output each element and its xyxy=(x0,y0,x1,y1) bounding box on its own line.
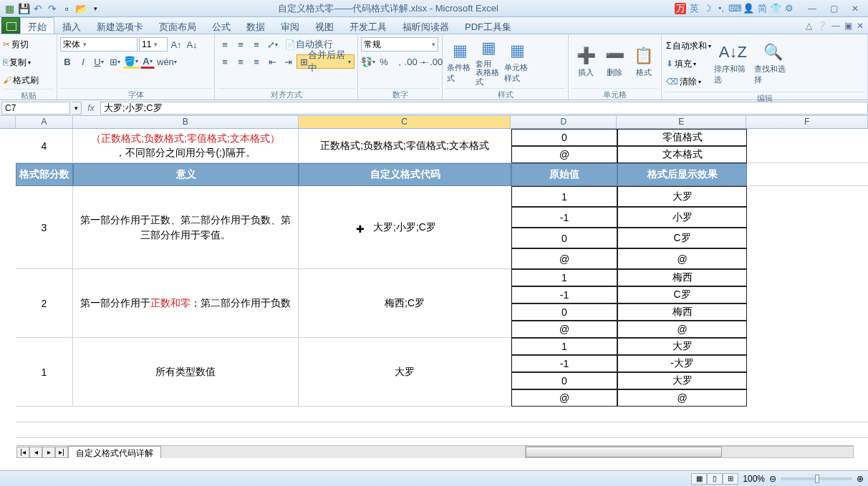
cell-sec2-b[interactable]: 第一部分作用于正数和零；第二部分作用于负数 xyxy=(73,269,299,338)
tab-insert[interactable]: 插入 xyxy=(54,17,89,34)
cell-style-button[interactable]: ▦单元格样式 xyxy=(503,36,531,88)
tab-review[interactable]: 审阅 xyxy=(273,17,307,34)
tray-gear-icon[interactable]: ⚙ xyxy=(783,3,795,14)
col-f[interactable]: F xyxy=(746,116,868,128)
font-size-combo[interactable]: 11▾ xyxy=(139,37,168,52)
brush-icon[interactable]: 🖌 xyxy=(3,75,11,85)
align-bottom-icon[interactable]: ≡ xyxy=(249,37,264,52)
align-middle-icon[interactable]: ≡ xyxy=(233,37,248,52)
tab-data[interactable]: 数据 xyxy=(238,17,273,34)
fx-button[interactable]: fx xyxy=(82,103,100,113)
formula-input[interactable]: 大罗;小罗;C罗 xyxy=(100,102,868,115)
select-all-corner[interactable] xyxy=(0,116,16,128)
cond-format-button[interactable]: ▦条件格式 xyxy=(445,36,474,88)
cell-s3-e2[interactable]: C罗 xyxy=(617,228,747,248)
indent-dec-icon[interactable]: ⇤ xyxy=(265,54,279,69)
th-raw[interactable]: 原始值 xyxy=(511,163,617,186)
tray-moon-icon[interactable]: ☽ xyxy=(702,3,713,14)
cell-s3-e1[interactable]: 小罗 xyxy=(617,207,747,228)
sort-filter-button[interactable]: A↓Z排序和筛选 xyxy=(713,36,753,92)
sum-icon[interactable]: Σ xyxy=(666,41,671,51)
cell-s3-d0[interactable]: 1 xyxy=(511,186,617,207)
cell-s2-e3[interactable]: @ xyxy=(617,321,747,338)
redo-icon[interactable]: ↷ xyxy=(46,2,59,15)
format-cell-button[interactable]: 📋格式 xyxy=(630,36,658,88)
grow-font-icon[interactable]: A↑ xyxy=(169,37,183,52)
view-page-icon[interactable]: ▯ xyxy=(707,473,723,485)
align-center-icon[interactable]: ≡ xyxy=(233,54,248,69)
cell-sec3-a[interactable]: 3 xyxy=(16,186,73,269)
cell-c4[interactable]: 正数格式;负数格式;零值格式;文本格式 xyxy=(299,129,511,163)
cell-sec1-a[interactable]: 1 xyxy=(16,338,73,407)
cell-sec2-a[interactable]: 2 xyxy=(16,269,73,338)
delete-cell-button[interactable]: ➖删除 xyxy=(600,36,629,88)
wb-close-icon[interactable]: ✕ xyxy=(857,21,864,31)
font-name-combo[interactable]: 宋体▾ xyxy=(60,37,138,52)
tray-jian-icon[interactable]: 简 xyxy=(756,3,768,14)
cell-s1-d0[interactable]: 1 xyxy=(511,338,617,355)
name-box-dropdown[interactable]: ▾ xyxy=(72,102,82,115)
cell-s1-e3[interactable]: @ xyxy=(617,389,747,407)
cell-s1-d1[interactable]: -1 xyxy=(511,355,617,372)
excel-icon[interactable]: ▦ xyxy=(3,2,16,15)
phonetic-button[interactable]: wén▾ xyxy=(156,54,178,69)
cell-s2-d3[interactable]: @ xyxy=(511,321,617,338)
cell-s3-d2[interactable]: 0 xyxy=(511,228,617,248)
col-b[interactable]: B xyxy=(73,116,299,128)
wb-restore-icon[interactable]: ▣ xyxy=(844,21,852,31)
cell-s1-d3[interactable]: @ xyxy=(511,389,617,407)
tab-foxit[interactable]: 福昕阅读器 xyxy=(395,17,457,34)
cell-s3-e0[interactable]: 大罗 xyxy=(617,186,747,207)
col-c[interactable]: C xyxy=(299,116,511,128)
orientation-icon[interactable]: ⤢▾ xyxy=(265,37,279,52)
open-icon[interactable]: 📂 xyxy=(74,2,87,15)
indent-inc-icon[interactable]: ⇥ xyxy=(281,54,295,69)
cell-s2-d1[interactable]: -1 xyxy=(511,286,617,303)
maximize-button[interactable]: ▢ xyxy=(824,2,844,15)
sheet-nav-first[interactable]: |◂ xyxy=(16,447,29,458)
tray-app-icon[interactable]: 万 xyxy=(675,3,686,14)
cell-sec3-c[interactable]: 大罗;小罗;C罗 xyxy=(299,186,511,269)
save-icon[interactable]: 💾 xyxy=(17,2,30,15)
tab-dev[interactable]: 开发工具 xyxy=(342,17,395,34)
cut-icon[interactable]: ✂ xyxy=(3,39,10,49)
sheet-nav-prev[interactable]: ◂ xyxy=(29,447,42,458)
view-normal-icon[interactable]: ▦ xyxy=(691,473,707,485)
dec-decimal-icon[interactable]: ←.00 xyxy=(425,54,440,69)
wb-minimize-icon[interactable]: — xyxy=(831,21,840,31)
tab-view[interactable]: 视图 xyxy=(307,17,342,34)
zoom-level[interactable]: 100% xyxy=(743,474,765,484)
bold-button[interactable]: B xyxy=(60,54,74,69)
underline-button[interactable]: U▾ xyxy=(92,54,106,69)
col-e[interactable]: E xyxy=(617,116,746,128)
insert-cell-button[interactable]: ➕插入 xyxy=(572,36,600,88)
align-left-icon[interactable]: ≡ xyxy=(218,54,232,69)
help-icon[interactable]: ❔ xyxy=(816,21,827,31)
new-icon[interactable]: ▫ xyxy=(60,2,73,15)
tray-dots-icon[interactable]: •, xyxy=(715,3,727,14)
th-parts[interactable]: 格式部分数 xyxy=(16,163,73,186)
zoom-in-button[interactable]: ⊕ xyxy=(857,474,864,484)
cell-s2-d2[interactable]: 0 xyxy=(511,303,617,321)
fill-icon[interactable]: ⬇ xyxy=(666,59,673,69)
shrink-font-icon[interactable]: A↓ xyxy=(185,37,199,52)
cell-sec1-c[interactable]: 大罗 xyxy=(299,338,511,407)
tab-home[interactable]: 开始 xyxy=(20,17,54,34)
th-meaning[interactable]: 意义 xyxy=(73,163,299,186)
cell-s1-e1[interactable]: -大罗 xyxy=(617,355,747,372)
col-a[interactable]: A xyxy=(16,116,73,128)
cell-s3-d1[interactable]: -1 xyxy=(511,207,617,228)
cell-e4[interactable]: 零值格式 xyxy=(617,129,747,146)
h-scrollbar[interactable] xyxy=(525,446,854,458)
tray-shirt-icon[interactable]: 👕 xyxy=(770,3,781,14)
border-button[interactable]: ⊞▾ xyxy=(107,54,122,69)
col-d[interactable]: D xyxy=(511,116,617,128)
cell-s2-e2[interactable]: 梅西 xyxy=(617,303,747,321)
copy-icon[interactable]: ⎘ xyxy=(3,57,8,67)
italic-button[interactable]: I xyxy=(76,54,90,69)
tray-ime-icon[interactable]: 英 xyxy=(688,3,700,14)
tab-pdf[interactable]: PDF工具集 xyxy=(457,17,519,34)
empty-row-1[interactable] xyxy=(16,407,868,422)
empty-row-2[interactable] xyxy=(16,422,868,438)
cell-s1-e2[interactable]: 大罗 xyxy=(617,372,747,389)
